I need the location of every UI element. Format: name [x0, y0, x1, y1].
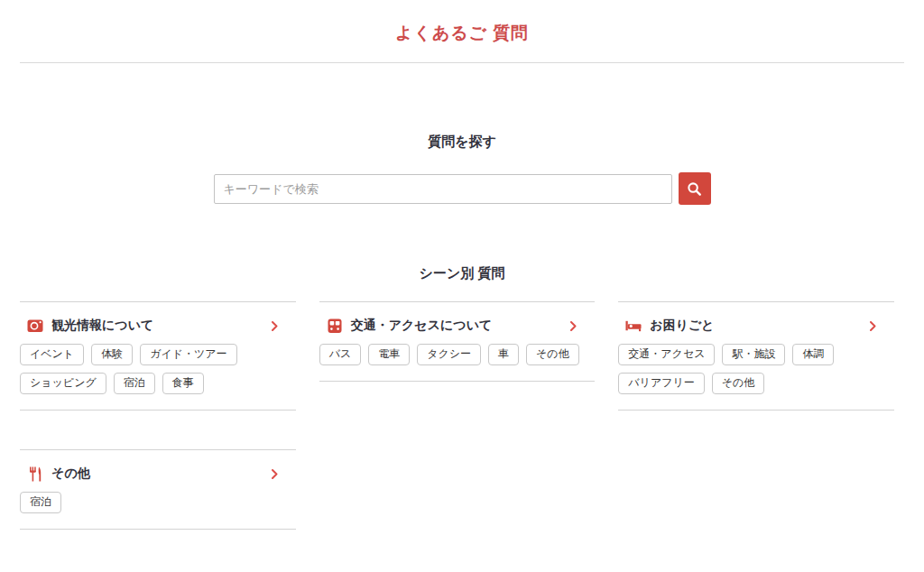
section-title: 交通・アクセスについて	[351, 318, 493, 334]
tag-event[interactable]: イベント	[20, 344, 84, 365]
scene-category-grid: 観光情報について イベント 体験 ガイド・ツアー ショッピング 宿泊 食事	[20, 301, 894, 530]
tag-row: ショッピング 宿泊 食事	[20, 373, 296, 394]
search-heading: 質問を探す	[0, 134, 924, 150]
section-title: お困りごと	[650, 318, 714, 334]
tag-transport-access[interactable]: 交通・アクセス	[618, 344, 715, 365]
section-other-header[interactable]: その他	[20, 465, 296, 483]
search-button[interactable]	[679, 172, 711, 205]
tag-meals[interactable]: 食事	[162, 373, 204, 394]
scene-heading: シーン別 質問	[0, 265, 924, 281]
tag-row: 交通・アクセス 駅・施設 体調	[618, 344, 894, 365]
tag-bus[interactable]: バス	[319, 344, 362, 365]
search-input[interactable]	[214, 174, 672, 204]
tag-list: イベント 体験 ガイド・ツアー ショッピング 宿泊 食事	[20, 344, 296, 394]
cutlery-icon	[27, 466, 43, 482]
tag-row: イベント 体験 ガイド・ツアー	[20, 344, 296, 365]
tag-row: 宿泊	[20, 492, 296, 513]
section-other: その他 宿泊	[20, 449, 296, 530]
chevron-right-icon[interactable]	[570, 321, 577, 331]
tag-shopping[interactable]: ショッピング	[20, 373, 106, 394]
section-title: その他	[51, 466, 90, 482]
tag-health[interactable]: 体調	[792, 344, 834, 365]
tag-list: バス 電車 タクシー 車 その他	[319, 344, 596, 365]
train-icon	[327, 318, 343, 334]
tag-experience[interactable]: 体験	[91, 344, 133, 365]
tag-row: バリアフリー その他	[618, 373, 894, 394]
tag-guide-tour[interactable]: ガイド・ツアー	[140, 344, 236, 365]
tag-row: バス 電車 タクシー 車 その他	[319, 344, 596, 365]
tag-car[interactable]: 車	[488, 344, 519, 365]
section-troubles: お困りごと 交通・アクセス 駅・施設 体調 バリアフリー その他	[618, 301, 894, 411]
section-tourism-info-header[interactable]: 観光情報について	[20, 317, 296, 335]
camera-icon	[27, 318, 43, 334]
section-transport-access-header[interactable]: 交通・アクセスについて	[319, 317, 596, 335]
tag-other[interactable]: その他	[526, 344, 579, 365]
tag-train[interactable]: 電車	[368, 344, 410, 365]
section-troubles-header[interactable]: お困りごと	[618, 317, 894, 335]
chevron-right-icon[interactable]	[272, 469, 278, 479]
tag-lodging[interactable]: 宿泊	[20, 492, 61, 513]
bed-icon	[625, 318, 642, 334]
chevron-right-icon[interactable]	[272, 321, 278, 331]
section-transport-access: 交通・アクセスについて バス 電車 タクシー 車 その他	[319, 301, 596, 382]
header-divider	[20, 62, 904, 63]
page-title: よくあるご 質問	[0, 0, 924, 42]
tag-other[interactable]: その他	[712, 373, 765, 394]
section-tourism-info: 観光情報について イベント 体験 ガイド・ツアー ショッピング 宿泊 食事	[20, 301, 296, 411]
tag-barrier-free[interactable]: バリアフリー	[618, 373, 704, 394]
search-bar	[214, 172, 711, 205]
tag-lodging[interactable]: 宿泊	[114, 373, 155, 394]
section-title: 観光情報について	[51, 318, 153, 334]
tag-list: 交通・アクセス 駅・施設 体調 バリアフリー その他	[618, 344, 894, 394]
search-icon	[687, 181, 702, 197]
tag-station-facility[interactable]: 駅・施設	[722, 344, 785, 365]
tag-list: 宿泊	[20, 492, 296, 513]
tag-taxi[interactable]: タクシー	[417, 344, 481, 365]
chevron-right-icon[interactable]	[870, 321, 876, 331]
